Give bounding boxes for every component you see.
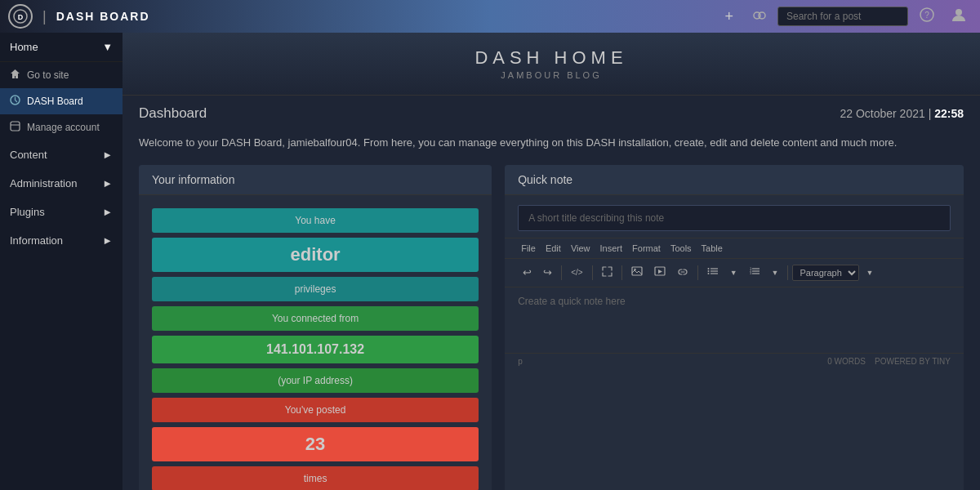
account-icon	[10, 121, 20, 134]
your-information-panel: Your information You have editor privile…	[139, 165, 492, 490]
sidebar-go-to-site-label: Go to site	[27, 69, 69, 81]
menu-format[interactable]: Format	[629, 242, 664, 255]
quick-note-header: Quick note	[505, 165, 964, 195]
editor-footer: p 0 WORDS POWERED BY TINY	[505, 353, 964, 369]
list-ul-button[interactable]	[702, 263, 724, 282]
redo-button[interactable]: ↪	[538, 263, 557, 282]
sidebar-item-dash-board[interactable]: DASH Board	[0, 88, 122, 114]
chevron-ul-down[interactable]: ▼	[725, 265, 742, 280]
editor-placeholder-text: Create a quick note here	[518, 296, 625, 307]
privilege-label-card: You have	[152, 208, 479, 233]
posts-sub-card: times	[152, 466, 479, 490]
ip-value-card: 141.101.107.132	[152, 336, 479, 363]
chevron-right-icon: ►	[102, 149, 113, 161]
main-grid: Your information You have editor privile…	[122, 165, 980, 490]
sidebar-administration-label: Administration	[10, 177, 77, 189]
posts-value-card: 23	[152, 427, 479, 461]
sidebar-home-header[interactable]: Home ▼	[0, 33, 122, 62]
paragraph-select[interactable]: Paragraph	[792, 265, 859, 281]
menu-file[interactable]: File	[518, 242, 539, 255]
content-area: DASH HOME JAMBOUR BLOG Dashboard 22 Octo…	[122, 33, 980, 490]
editor-tag: p	[518, 357, 523, 366]
toolbar-separator-5	[787, 265, 788, 280]
privilege-label: You have	[162, 215, 469, 226]
menu-view[interactable]: View	[568, 242, 594, 255]
fullscreen-button[interactable]	[597, 263, 617, 283]
sidebar-plugins-nav[interactable]: Plugins ►	[0, 198, 122, 226]
menu-insert[interactable]: Insert	[597, 242, 626, 255]
ip-sub: (your IP address)	[162, 375, 469, 386]
chevron-right-icon-3: ►	[102, 206, 113, 218]
editor-toolbar: ↩ ↪ </>	[505, 259, 964, 287]
main-layout: Home ▼ Go to site DASH Board Manage acco…	[0, 33, 980, 490]
ip-label-card: You connected from	[152, 306, 479, 331]
dash-title-row: Dashboard 22 October 2021 | 22:58	[122, 96, 980, 128]
your-information-header: Your information	[139, 165, 492, 195]
topbar-title: DASH BOARD	[56, 10, 150, 23]
sidebar-information-label: Information	[10, 234, 63, 247]
privilege-value: editor	[162, 244, 469, 265]
note-title-input[interactable]	[518, 205, 951, 231]
info-cards: You have editor privileges You connected…	[139, 195, 492, 490]
sidebar-content-label: Content	[10, 149, 47, 161]
add-button[interactable]: +	[719, 7, 738, 27]
menu-tools[interactable]: Tools	[667, 242, 695, 255]
posts-value: 23	[162, 434, 469, 455]
privilege-sub: privileges	[162, 283, 469, 295]
editor-menubar: File Edit View Insert Format Tools Table	[505, 238, 964, 259]
dash-icon	[10, 95, 20, 108]
code-button[interactable]: </>	[566, 265, 587, 280]
home-icon	[10, 69, 20, 82]
posts-label-card: You've posted	[152, 398, 479, 422]
sidebar-information-nav[interactable]: Information ►	[0, 226, 122, 255]
sidebar-home-label: Home	[10, 41, 38, 53]
time-text: 22:58	[934, 107, 964, 120]
ip-value: 141.101.107.132	[162, 342, 469, 357]
toolbar-separator-3	[621, 265, 622, 280]
posts-sub: times	[162, 473, 469, 484]
quick-note-panel: Quick note File Edit View Insert Format …	[505, 165, 964, 490]
dash-header: DASH HOME JAMBOUR BLOG	[122, 33, 980, 96]
editor-word-count: 0 WORDS POWERED BY TINY	[827, 357, 951, 366]
page-title: Dashboard	[139, 105, 207, 122]
posts-label: You've posted	[162, 404, 469, 416]
ip-sub-card: (your IP address)	[152, 368, 479, 393]
topbar-divider: |	[42, 8, 47, 25]
datetime: 22 October 2021 | 22:58	[840, 107, 964, 120]
sidebar-manage-account-label: Manage account	[27, 122, 100, 133]
link-button[interactable]	[672, 263, 693, 282]
image-button[interactable]	[626, 263, 648, 282]
toolbar-separator-2	[592, 265, 593, 280]
blog-name: JAMBOUR BLOG	[139, 70, 964, 80]
sidebar-item-manage-account[interactable]: Manage account	[0, 114, 122, 140]
svg-text:3.: 3.	[750, 271, 752, 275]
svg-point-4	[956, 9, 962, 16]
list-ol-button[interactable]: 1.2.3.	[744, 263, 765, 282]
svg-text:D: D	[18, 13, 24, 21]
sidebar-item-go-to-site[interactable]: Go to site	[0, 62, 122, 88]
help-button[interactable]: ?	[915, 6, 939, 28]
svg-point-15	[707, 270, 709, 272]
paragraph-chevron[interactable]: ▼	[861, 265, 878, 280]
chevron-down-icon: ▼	[102, 41, 113, 53]
menu-table[interactable]: Table	[698, 242, 726, 255]
search-input[interactable]	[777, 7, 908, 26]
sidebar-administration-nav[interactable]: Administration ►	[0, 169, 122, 198]
editor-body[interactable]: Create a quick note here	[505, 287, 964, 353]
user-button[interactable]	[946, 5, 972, 29]
sidebar: Home ▼ Go to site DASH Board Manage acco…	[0, 33, 122, 490]
sidebar-content-nav[interactable]: Content ►	[0, 140, 122, 169]
svg-text:?: ?	[924, 11, 929, 20]
svg-rect-6	[11, 122, 20, 131]
dash-home-title: DASH HOME	[139, 47, 964, 69]
menu-edit[interactable]: Edit	[542, 242, 564, 255]
welcome-text: Welcome to your DASH Board, jamiebalfour…	[122, 128, 980, 165]
chevron-ol-down[interactable]: ▼	[767, 265, 784, 280]
sidebar-plugins-label: Plugins	[10, 206, 45, 218]
infinity-button[interactable]	[745, 7, 771, 27]
svg-point-14	[707, 268, 709, 270]
undo-button[interactable]: ↩	[518, 263, 537, 282]
media-button[interactable]	[649, 263, 670, 282]
sidebar-dash-board-label: DASH Board	[27, 96, 83, 107]
toolbar-separator-1	[561, 265, 562, 280]
